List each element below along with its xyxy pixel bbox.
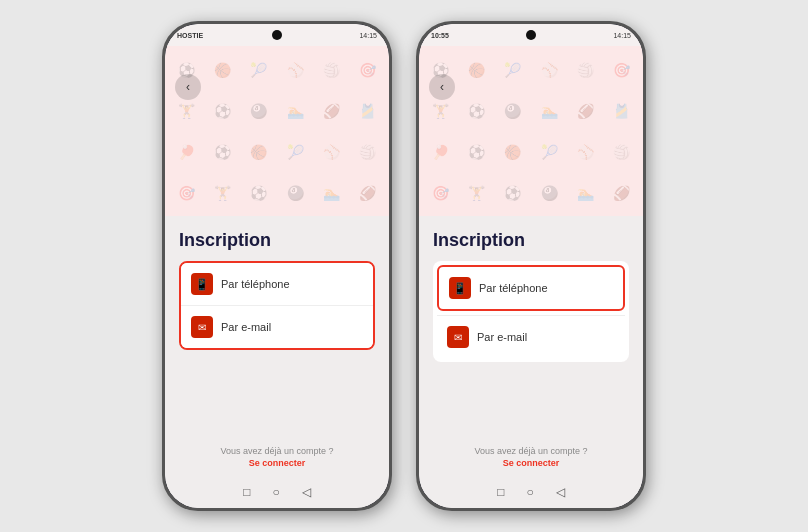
phone-right: 10:55 14:15 ⚽ 🏀 🎾 ⚾ 🏐 🎯 🏋 ⚽ 🎱 🏊 🏈: [416, 21, 646, 511]
sport-icon: 🏀: [242, 132, 276, 171]
nav-bar-left: □ ○ ◁: [165, 480, 389, 508]
sport-icon: 🎽: [351, 91, 385, 130]
sport-icon-r: 🏀: [459, 50, 493, 89]
sport-icon: 🏈: [314, 91, 348, 130]
phone-label-right: Par téléphone: [479, 282, 548, 294]
sport-icon: ⚾: [314, 132, 348, 171]
sport-icon-r: 🏀: [496, 132, 530, 171]
email-option-left[interactable]: ✉ Par e-mail: [181, 305, 373, 348]
options-box-right: 📱 Par téléphone ✉ Par e-mail: [433, 261, 629, 362]
phone-option-right[interactable]: 📱 Par téléphone: [437, 265, 625, 311]
sport-icon: 🏐: [314, 50, 348, 89]
status-left-text: HOSTIE: [177, 32, 203, 39]
sport-icon-r: ⚾: [532, 50, 566, 89]
sport-icon: 🏋: [205, 173, 239, 212]
status-bar-left: HOSTIE 14:15: [165, 24, 389, 46]
email-icon-left: ✉: [191, 316, 213, 338]
punch-hole-right: [526, 30, 536, 40]
sport-icon-r: 🎱: [532, 173, 566, 212]
sport-icon: 🎾: [242, 50, 276, 89]
phone-option-left[interactable]: 📱 Par téléphone: [181, 263, 373, 305]
phone-left: HOSTIE 14:15 ⚽ 🏀 🎾 ⚾ 🏐 🎯 🏋 ⚽ 🎱 🏊 🏈: [162, 21, 392, 511]
content-left: Inscription 📱 Par téléphone ✉ Par e-mail…: [165, 216, 389, 480]
content-right: Inscription 📱 Par téléphone ✉ Par e-mail…: [419, 216, 643, 480]
phone-icon-left: 📱: [191, 273, 213, 295]
phone-icon-right: 📱: [449, 277, 471, 299]
sport-icon: 🏈: [351, 173, 385, 212]
status-right-text: 14:15: [359, 32, 377, 39]
footer-link-left[interactable]: Se connecter: [249, 458, 306, 468]
title-right: Inscription: [433, 230, 629, 251]
footer-static-left: Vous avez déjà un compte ?: [220, 446, 333, 456]
sport-icon: 🏐: [351, 132, 385, 171]
nav-square-right[interactable]: □: [497, 485, 504, 499]
phone-label-left: Par téléphone: [221, 278, 290, 290]
sport-icon-r: 🎱: [496, 91, 530, 130]
email-label-left: Par e-mail: [221, 321, 271, 333]
back-button-right[interactable]: ‹: [429, 74, 455, 100]
sport-icon-r: 🏊: [568, 173, 602, 212]
sport-icon-r: 🏈: [605, 173, 639, 212]
sport-icon: 🎱: [278, 173, 312, 212]
nav-bar-right: □ ○ ◁: [419, 480, 643, 508]
nav-triangle-right[interactable]: ◁: [556, 485, 565, 499]
footer-static-right: Vous avez déjà un compte ?: [474, 446, 587, 456]
sport-icon: 🎱: [242, 91, 276, 130]
phone-right-wrapper: 10:55 14:15 ⚽ 🏀 🎾 ⚾ 🏐 🎯 🏋 ⚽ 🎱 🏊 🏈: [416, 21, 646, 511]
sport-icon: 🎯: [169, 173, 203, 212]
sport-icon: 🏓: [169, 132, 203, 171]
sport-pattern-left: ⚽ 🏀 🎾 ⚾ 🏐 🎯 🏋 ⚽ 🎱 🏊 🏈 🎽 🏓 ⚽ 🏀 🎾: [165, 46, 389, 216]
sport-icon-r: 🏓: [423, 132, 457, 171]
nav-triangle-left[interactable]: ◁: [302, 485, 311, 499]
footer-link-right[interactable]: Se connecter: [503, 458, 560, 468]
nav-circle-right[interactable]: ○: [527, 485, 534, 499]
sport-icon-r: 🎯: [605, 50, 639, 89]
sport-icon: 🏊: [314, 173, 348, 212]
sport-icon-r: 🎯: [423, 173, 457, 212]
options-box-left: 📱 Par téléphone ✉ Par e-mail: [179, 261, 375, 350]
sport-icon-r: 🎽: [605, 91, 639, 130]
sport-pattern-right: ⚽ 🏀 🎾 ⚾ 🏐 🎯 🏋 ⚽ 🎱 🏊 🏈 🎽 🏓 ⚽ 🏀 🎾: [419, 46, 643, 216]
sport-icon-r: 🏋: [459, 173, 493, 212]
sport-icon-r: 🏊: [532, 91, 566, 130]
screen-right: 10:55 14:15 ⚽ 🏀 🎾 ⚾ 🏐 🎯 🏋 ⚽ 🎱 🏊 🏈: [419, 24, 643, 508]
status-left-text-right: 10:55: [431, 32, 449, 39]
sport-icon-r: 🏈: [568, 91, 602, 130]
sport-icon: ⚽: [205, 91, 239, 130]
sport-icon-r: 🏐: [568, 50, 602, 89]
back-icon-right: ‹: [440, 80, 444, 94]
email-label-right: Par e-mail: [477, 331, 527, 343]
header-illustration-right: ⚽ 🏀 🎾 ⚾ 🏐 🎯 🏋 ⚽ 🎱 🏊 🏈 🎽 🏓 ⚽ 🏀 🎾: [419, 46, 643, 216]
sport-icon: ⚽: [242, 173, 276, 212]
phone-left-wrapper: HOSTIE 14:15 ⚽ 🏀 🎾 ⚾ 🏐 🎯 🏋 ⚽ 🎱 🏊 🏈: [162, 21, 392, 511]
email-icon-right: ✉: [447, 326, 469, 348]
punch-hole-left: [272, 30, 282, 40]
header-illustration-left: ⚽ 🏀 🎾 ⚾ 🏐 🎯 🏋 ⚽ 🎱 🏊 🏈 🎽 🏓 ⚽ 🏀 🎾: [165, 46, 389, 216]
sport-icon: 🏀: [205, 50, 239, 89]
back-button-left[interactable]: ‹: [175, 74, 201, 100]
status-bar-right: 10:55 14:15: [419, 24, 643, 46]
sport-icon: 🏊: [278, 91, 312, 130]
sport-icon-r: ⚽: [459, 91, 493, 130]
title-left: Inscription: [179, 230, 375, 251]
sport-icon-r: ⚽: [459, 132, 493, 171]
sport-icon-r: 🏐: [605, 132, 639, 171]
nav-square-left[interactable]: □: [243, 485, 250, 499]
screen-left: HOSTIE 14:15 ⚽ 🏀 🎾 ⚾ 🏐 🎯 🏋 ⚽ 🎱 🏊 🏈: [165, 24, 389, 508]
status-right-text-right: 14:15: [613, 32, 631, 39]
sport-icon: ⚽: [205, 132, 239, 171]
sport-icon-r: ⚽: [496, 173, 530, 212]
sport-icon-r: 🎾: [496, 50, 530, 89]
sport-icon-r: ⚾: [568, 132, 602, 171]
email-option-right[interactable]: ✉ Par e-mail: [437, 315, 625, 358]
nav-circle-left[interactable]: ○: [273, 485, 280, 499]
footer-right: Vous avez déjà un compte ? Se connecter: [433, 445, 629, 470]
sport-icon: ⚾: [278, 50, 312, 89]
sport-icon: 🎾: [278, 132, 312, 171]
back-icon-left: ‹: [186, 80, 190, 94]
footer-left: Vous avez déjà un compte ? Se connecter: [179, 445, 375, 470]
sport-icon-r: 🎾: [532, 132, 566, 171]
sport-icon: 🎯: [351, 50, 385, 89]
